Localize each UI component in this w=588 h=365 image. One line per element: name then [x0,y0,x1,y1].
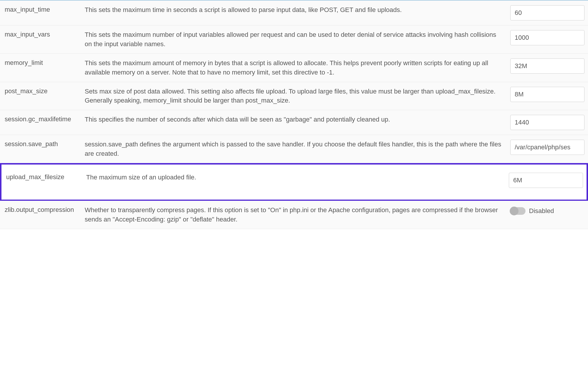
option-value-cell [510,87,584,102]
toggle-state-label: Disabled [529,207,554,215]
option-value-input[interactable] [510,115,584,130]
option-row: upload_max_filesizeThe maximum size of a… [0,163,588,201]
option-row: zlib.output_compressionWhether to transp… [0,201,588,229]
option-row: max_input_timeThis sets the maximum time… [0,1,588,25]
php-options-table: max_input_timeThis sets the maximum time… [0,0,588,229]
option-name: session.gc_maxlifetime [4,115,85,123]
option-value-cell [510,115,584,130]
option-name: upload_max_filesize [5,173,86,181]
option-name: post_max_size [4,87,85,95]
option-description: This sets the maximum number of input va… [85,30,510,49]
option-name: session.save_path [4,140,85,148]
option-value-cell [510,30,584,45]
option-name: zlib.output_compression [4,205,85,214]
option-name: max_input_time [4,5,85,13]
option-toggle[interactable] [510,207,525,215]
option-row: max_input_varsThis sets the maximum numb… [0,25,588,54]
option-value-input[interactable] [510,140,584,155]
option-description: session.save_path defines the argument w… [85,140,510,158]
option-value-cell [510,58,584,74]
option-description: The maximum size of an uploaded file. [86,173,509,182]
option-value-cell: Disabled [510,205,584,215]
option-toggle-wrap: Disabled [510,205,584,215]
option-description: This sets the maximum amount of memory i… [85,58,510,77]
toggle-knob-icon [510,207,518,215]
option-description: This specifies the number of seconds aft… [85,115,510,124]
option-name: memory_limit [4,58,85,67]
option-row: session.gc_maxlifetimeThis specifies the… [0,110,588,135]
option-name: max_input_vars [4,30,85,38]
option-value-input[interactable] [509,173,583,188]
option-value-input[interactable] [510,87,584,102]
option-value-input[interactable] [510,58,584,74]
option-row: session.save_pathsession.save_path defin… [0,135,588,163]
option-row: memory_limitThis sets the maximum amount… [0,54,588,82]
option-value-cell [509,173,583,188]
option-description: Sets max size of post data allowed. This… [85,87,510,105]
option-value-cell [510,140,584,155]
option-value-input[interactable] [510,30,584,45]
option-description: This sets the maximum time in seconds a … [85,5,510,15]
option-row: post_max_sizeSets max size of post data … [0,82,588,110]
option-value-cell [510,5,584,20]
option-description: Whether to transparently compress pages.… [85,205,510,224]
option-value-input[interactable] [510,5,584,20]
